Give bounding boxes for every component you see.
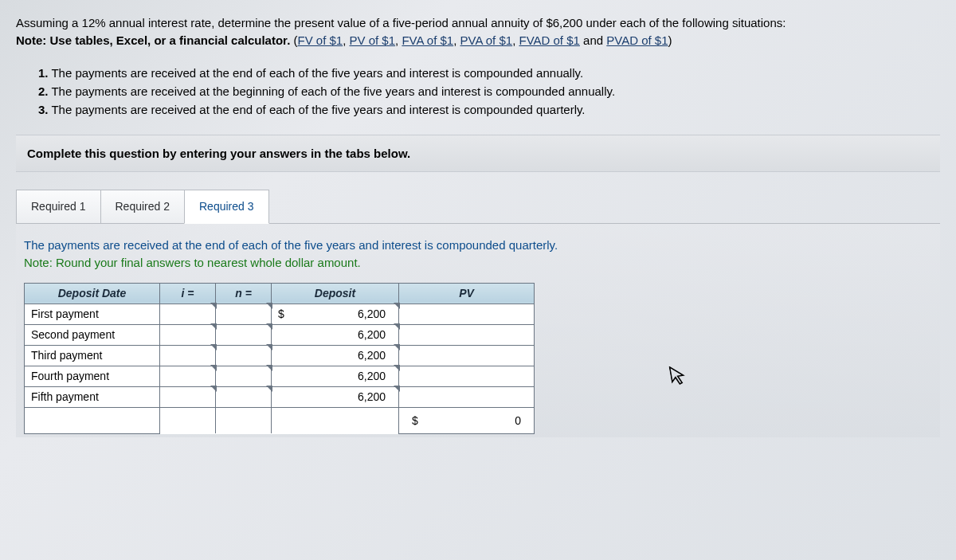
link-pvad-of-1[interactable]: PVAD of $1: [606, 33, 668, 47]
deposit-value: 6,200: [296, 307, 392, 320]
total-pv-sigil: $: [412, 414, 425, 427]
n-input-cell[interactable]: [216, 386, 272, 407]
link-pv-of-1[interactable]: PV of $1: [350, 33, 396, 47]
deposit-value: 6,200: [296, 349, 392, 362]
col-deposit: Deposit: [272, 283, 399, 303]
pv-input-cell[interactable]: [399, 303, 535, 324]
table-row: Fifth payment6,200: [25, 386, 535, 407]
link-pva-of-1[interactable]: PVA of $1: [460, 33, 513, 47]
pv-input-cell[interactable]: [399, 366, 535, 386]
instruction-bar: Complete this question by entering your …: [16, 135, 940, 172]
i-input-cell[interactable]: [160, 366, 216, 386]
deposit-date-cell: First payment: [25, 303, 160, 324]
deposit-date-cell: Second payment: [25, 324, 160, 345]
deposit-cell[interactable]: 6,200: [272, 366, 399, 386]
deposit-date-cell: Fifth payment: [25, 386, 160, 407]
deposit-cell[interactable]: 6,200: [272, 386, 399, 407]
list-item-3: The payments are received at the end of …: [51, 103, 585, 116]
tab-required-2[interactable]: Required 2: [100, 190, 186, 224]
col-deposit-date: Deposit Date: [25, 283, 160, 303]
link-fvad-of-1[interactable]: FVAD of $1: [519, 33, 579, 47]
table-row: Third payment6,200: [25, 345, 535, 366]
deposit-value: 6,200: [296, 390, 392, 403]
col-n: n =: [216, 283, 272, 303]
list-item-2: The payments are received at the beginni…: [51, 84, 615, 98]
i-input-cell[interactable]: [160, 324, 216, 345]
total-pv-value: 0: [425, 414, 521, 427]
tab-description: The payments are received at the end of …: [24, 237, 932, 272]
tab-required-3[interactable]: Required 3: [184, 190, 269, 224]
pv-input-cell[interactable]: [399, 345, 535, 366]
situation-list: 1. The payments are received at the end …: [16, 64, 940, 119]
rounding-hint: Note: Round your final answers to neares…: [24, 256, 361, 269]
n-input-cell[interactable]: [216, 324, 272, 345]
deposit-value: 6,200: [296, 370, 392, 382]
total-pv-cell: $ 0: [399, 407, 535, 433]
col-i: i =: [160, 283, 216, 303]
i-input-cell[interactable]: [160, 386, 216, 407]
col-pv: PV: [399, 283, 535, 303]
link-fva-of-1[interactable]: FVA of $1: [402, 33, 453, 47]
prompt-text: Assuming a 12% annual interest rate, det…: [16, 16, 786, 29]
tabs: Required 1 Required 2 Required 3: [16, 190, 940, 224]
n-input-cell[interactable]: [216, 366, 272, 386]
table-row: Second payment6,200: [25, 324, 535, 345]
link-fv-of-1[interactable]: FV of $1: [297, 33, 343, 47]
tab-body: The payments are received at the end of …: [16, 223, 940, 437]
table-total-row: $ 0: [25, 407, 535, 433]
tab-required-1[interactable]: Required 1: [16, 190, 101, 224]
table-row: Fourth payment6,200: [25, 366, 535, 386]
currency-symbol: $: [278, 307, 296, 320]
answer-table: Deposit Date i = n = Deposit PV First pa…: [24, 283, 535, 434]
table-body: First payment$6,200Second payment6,200Th…: [25, 303, 535, 407]
question-prompt: Assuming a 12% annual interest rate, det…: [16, 14, 940, 49]
pv-input-cell[interactable]: [399, 386, 535, 407]
list-item-1: The payments are received at the end of …: [51, 66, 583, 80]
table-row: First payment$6,200: [25, 303, 535, 324]
n-input-cell[interactable]: [216, 345, 272, 366]
deposit-date-cell: Third payment: [25, 345, 160, 366]
i-input-cell[interactable]: [160, 345, 216, 366]
deposit-cell[interactable]: 6,200: [272, 324, 399, 345]
pv-input-cell[interactable]: [399, 324, 535, 345]
deposit-cell[interactable]: $6,200: [272, 303, 399, 324]
links-close: ): [668, 33, 672, 47]
i-input-cell[interactable]: [160, 303, 216, 324]
deposit-date-cell: Fourth payment: [25, 366, 160, 386]
deposit-value: 6,200: [296, 328, 392, 341]
n-input-cell[interactable]: [216, 303, 272, 324]
deposit-cell[interactable]: 6,200: [272, 345, 399, 366]
note-label: Note: Use tables, Excel, or a financial …: [16, 33, 290, 47]
